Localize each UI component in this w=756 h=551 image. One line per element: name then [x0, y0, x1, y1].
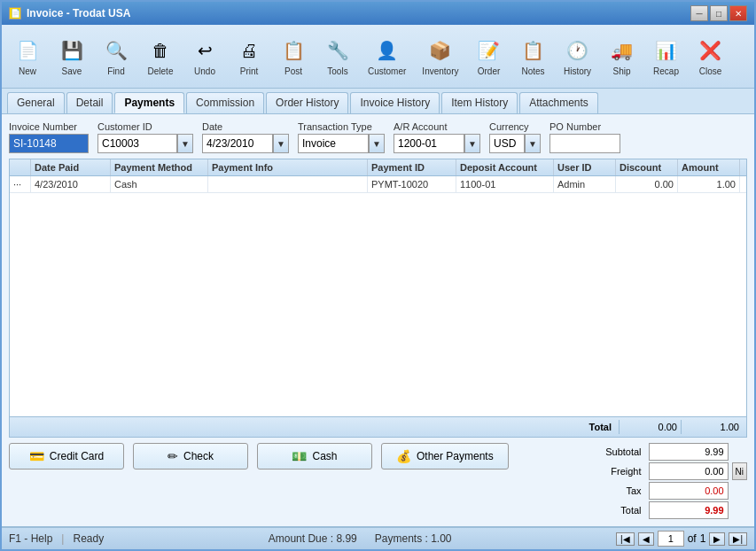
col-date-paid: Date Paid: [31, 159, 111, 175]
toolbar-customer-button[interactable]: 👤Customer: [362, 33, 412, 80]
toolbar-history-button[interactable]: 🕐History: [557, 33, 598, 80]
toolbar-recap-button[interactable]: 📊Recap: [646, 33, 687, 80]
print-icon: 🖨: [235, 36, 263, 65]
po-number-input[interactable]: [549, 134, 620, 153]
customer-id-input[interactable]: [97, 134, 177, 153]
summary-panel: Subtotal Freight Ni Tax Total: [605, 443, 747, 519]
date-label: Date: [202, 121, 289, 132]
toolbar-undo-button[interactable]: ↩Undo: [184, 33, 225, 80]
total-row: Total 0.00 1.00: [10, 416, 746, 437]
tab-commission[interactable]: Commission: [186, 92, 264, 113]
cash-button[interactable]: 💵Cash: [257, 443, 372, 470]
close-button[interactable]: ✕: [729, 5, 747, 21]
toolbar-new-button[interactable]: 📄New: [7, 33, 48, 80]
credit-card-button[interactable]: 💳Credit Card: [9, 443, 124, 470]
main-content: Invoice Number Customer ID ▼ Date ▼ Tran…: [2, 114, 754, 526]
customer-icon: 👤: [373, 36, 401, 65]
table-header: Date Paid Payment Method Payment Info Pa…: [10, 159, 746, 176]
date-dropdown[interactable]: ▼: [273, 134, 289, 153]
freight-label: Freight: [605, 466, 644, 477]
col-payment-info: Payment Info: [208, 159, 368, 175]
cell-deposit_account: 1100-01: [456, 176, 554, 192]
recap-icon: 📊: [652, 36, 681, 65]
cell-user_id: Admin: [554, 176, 616, 192]
toolbar-delete-button[interactable]: 🗑Delete: [140, 33, 181, 80]
cell-amount: 1.00: [678, 176, 740, 192]
customer-id-dropdown[interactable]: ▼: [177, 134, 193, 153]
minimize-button[interactable]: ─: [690, 5, 708, 21]
currency-dropdown[interactable]: ▼: [525, 134, 541, 153]
first-page-button[interactable]: |◀: [616, 532, 635, 546]
inventory-label: Inventory: [422, 66, 458, 76]
tax-value[interactable]: [649, 482, 729, 500]
toolbar-find-button[interactable]: 🔍Find: [96, 33, 136, 80]
tax-label: Tax: [605, 485, 644, 496]
date-input[interactable]: [202, 134, 273, 153]
toolbar-ship-button[interactable]: 🚚Ship: [602, 33, 643, 80]
page-of: of: [688, 532, 697, 545]
invoice-number-input[interactable]: [9, 134, 89, 153]
col-discount: Discount: [616, 159, 678, 175]
transaction-type-dropdown[interactable]: ▼: [369, 134, 385, 153]
freight-ni-button[interactable]: Ni: [732, 462, 747, 480]
toolbar-tools-button[interactable]: 🔧Tools: [317, 33, 358, 80]
tab-order-history[interactable]: Order History: [266, 92, 348, 113]
toolbar-post-button[interactable]: 📋Post: [273, 33, 314, 80]
check-label: Check: [183, 450, 214, 462]
bottom-section: 💳Credit Card✏Check💵Cash💰Other Payments S…: [9, 443, 747, 519]
window-title: Invoice - Trodat USA: [27, 7, 130, 19]
history-icon: 🕐: [564, 36, 592, 65]
col-amount: Amount: [678, 159, 740, 175]
notes-label: Notes: [521, 66, 544, 76]
app-icon: 📄: [9, 7, 21, 19]
toolbar-inventory-button[interactable]: 📦Inventory: [416, 33, 464, 80]
toolbar-close-button[interactable]: ❌Close: [690, 33, 731, 80]
total-summary-label: Total: [605, 505, 644, 516]
ar-account-dropdown[interactable]: ▼: [464, 134, 480, 153]
close-icon: ❌: [697, 36, 725, 65]
transaction-type-label: Transaction Type: [298, 121, 385, 132]
table-row[interactable]: ···4/23/2010CashPYMT-100201100-01Admin0.…: [10, 176, 746, 193]
col-user-id: User ID: [554, 159, 616, 175]
tab-invoice-history[interactable]: Invoice History: [350, 92, 440, 113]
transaction-type-input[interactable]: [298, 134, 369, 153]
close-label: Close: [699, 66, 722, 76]
cell-payment_info: [208, 176, 368, 192]
currency-input[interactable]: [489, 134, 525, 153]
prev-page-button[interactable]: ◀: [638, 532, 654, 546]
tab-payments[interactable]: Payments: [114, 92, 184, 113]
toolbar-save-button[interactable]: 💾Save: [51, 33, 92, 80]
toolbar-print-button[interactable]: 🖨Print: [229, 33, 269, 80]
order-label: Order: [478, 66, 501, 76]
credit-card-icon: 💳: [29, 449, 44, 463]
post-label: Post: [284, 66, 302, 76]
other-payments-button[interactable]: 💰Other Payments: [381, 443, 509, 470]
freight-value[interactable]: [649, 462, 729, 480]
check-icon: ✏: [168, 449, 178, 463]
next-page-button[interactable]: ▶: [709, 532, 725, 546]
help-text: F1 - Help: [9, 532, 52, 545]
tab-detail[interactable]: Detail: [66, 92, 113, 113]
toolbar-order-button[interactable]: 📝Order: [469, 33, 510, 80]
tab-item-history[interactable]: Item History: [441, 92, 518, 113]
invoice-header: Invoice Number Customer ID ▼ Date ▼ Tran…: [9, 121, 747, 153]
cell-arrow: ···: [10, 176, 31, 192]
new-label: New: [19, 66, 36, 76]
payment-buttons-row: 💳Credit Card✏Check💵Cash💰Other Payments: [9, 443, 509, 470]
subtotal-value[interactable]: [649, 443, 729, 461]
total-summary-value[interactable]: [649, 501, 729, 519]
find-icon: 🔍: [102, 36, 130, 65]
page-input[interactable]: [658, 531, 684, 547]
total-amount: 1.00: [681, 420, 743, 434]
toolbar-notes-button[interactable]: 📋Notes: [513, 33, 554, 80]
tabs-bar: GeneralDetailPaymentsCommissionOrder His…: [2, 89, 754, 114]
po-number-label: PO Number: [549, 121, 620, 132]
check-button[interactable]: ✏Check: [133, 443, 248, 470]
tab-attachments[interactable]: Attachments: [519, 92, 598, 113]
tab-general[interactable]: General: [7, 92, 65, 113]
maximize-button[interactable]: □: [710, 5, 728, 21]
toolbar: 📄New💾Save🔍Find🗑Delete↩Undo🖨Print📋Post🔧To…: [2, 25, 754, 89]
cell-date_paid: 4/23/2010: [31, 176, 111, 192]
last-page-button[interactable]: ▶|: [729, 532, 747, 546]
ar-account-input[interactable]: [394, 134, 464, 153]
